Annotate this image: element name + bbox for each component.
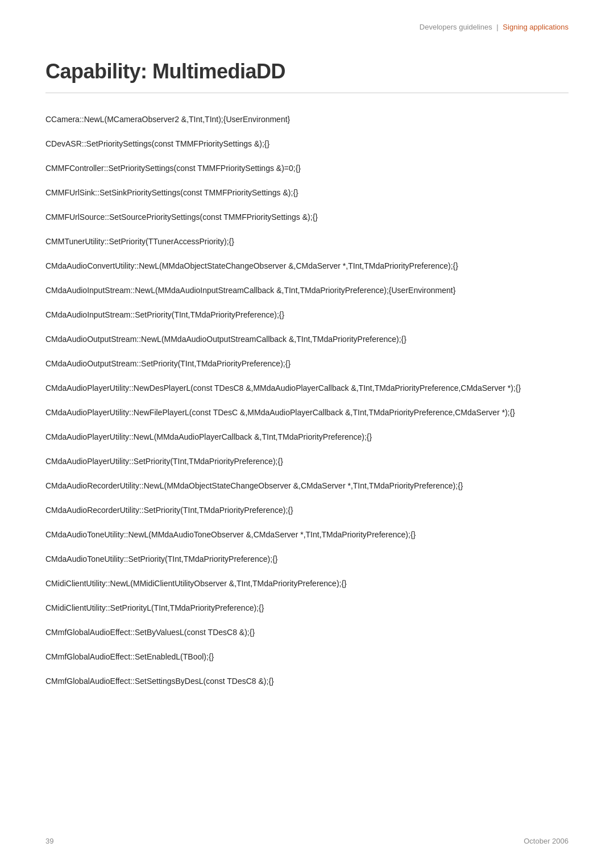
list-item: CMmfGlobalAudioEffect::SetSettingsByDesL… xyxy=(45,675,569,687)
list-item: CMMFUrlSource::SetSourcePrioritySettings… xyxy=(45,211,569,223)
list-item: CMdaAudioRecorderUtility::SetPriority(TI… xyxy=(45,504,569,516)
content-list: CCamera::NewL(MCameraObserver2 &,TInt,TI… xyxy=(45,114,569,687)
list-item: CMdaAudioOutputStream::SetPriority(TInt,… xyxy=(45,358,569,370)
list-item: CMdaAudioToneUtility::SetPriority(TInt,T… xyxy=(45,553,569,565)
page-title: Capability: MultimediaDD xyxy=(45,60,569,84)
list-item: CMmfGlobalAudioEffect::SetEnabledL(TBool… xyxy=(45,651,569,663)
footer-date: October 2006 xyxy=(524,837,569,845)
list-item: CMdaAudioRecorderUtility::NewL(MMdaObjec… xyxy=(45,480,569,492)
list-item: CMdaAudioToneUtility::NewL(MMdaAudioTone… xyxy=(45,529,569,541)
breadcrumb-base: Developers guidelines xyxy=(420,23,492,31)
list-item: CMdaAudioConvertUtility::NewL(MMdaObject… xyxy=(45,260,569,272)
breadcrumb: Developers guidelines | Signing applicat… xyxy=(45,23,569,31)
list-item: CMMTunerUtility::SetPriority(TTunerAcces… xyxy=(45,236,569,248)
list-item: CDevASR::SetPrioritySettings(const TMMFP… xyxy=(45,138,569,150)
list-item: CMidiClientUtility::SetPriorityL(TInt,TM… xyxy=(45,602,569,614)
list-item: CCamera::NewL(MCameraObserver2 &,TInt,TI… xyxy=(45,114,569,126)
breadcrumb-separator: | xyxy=(496,23,498,31)
footer: 39 October 2006 xyxy=(0,837,614,845)
list-item: CMdaAudioPlayerUtility::SetPriority(TInt… xyxy=(45,456,569,468)
list-item: CMdaAudioOutputStream::NewL(MMdaAudioOut… xyxy=(45,333,569,345)
list-item: CMMFUrlSink::SetSinkPrioritySettings(con… xyxy=(45,187,569,199)
page-number: 39 xyxy=(45,837,53,845)
list-item: CMdaAudioInputStream::NewL(MMdaAudioInpu… xyxy=(45,285,569,297)
list-item: CMdaAudioPlayerUtility::NewDesPlayerL(co… xyxy=(45,382,569,394)
list-item: CMdaAudioPlayerUtility::NewL(MMdaAudioPl… xyxy=(45,431,569,443)
list-item: CMMFController::SetPrioritySettings(cons… xyxy=(45,162,569,174)
page-title-section: Capability: MultimediaDD xyxy=(45,60,569,93)
breadcrumb-current: Signing applications xyxy=(503,23,569,31)
page-container: Developers guidelines | Signing applicat… xyxy=(0,0,614,868)
list-item: CMidiClientUtility::NewL(MMidiClientUtil… xyxy=(45,578,569,590)
list-item: CMdaAudioInputStream::SetPriority(TInt,T… xyxy=(45,309,569,321)
list-item: CMmfGlobalAudioEffect::SetByValuesL(cons… xyxy=(45,627,569,639)
list-item: CMdaAudioPlayerUtility::NewFilePlayerL(c… xyxy=(45,407,569,419)
